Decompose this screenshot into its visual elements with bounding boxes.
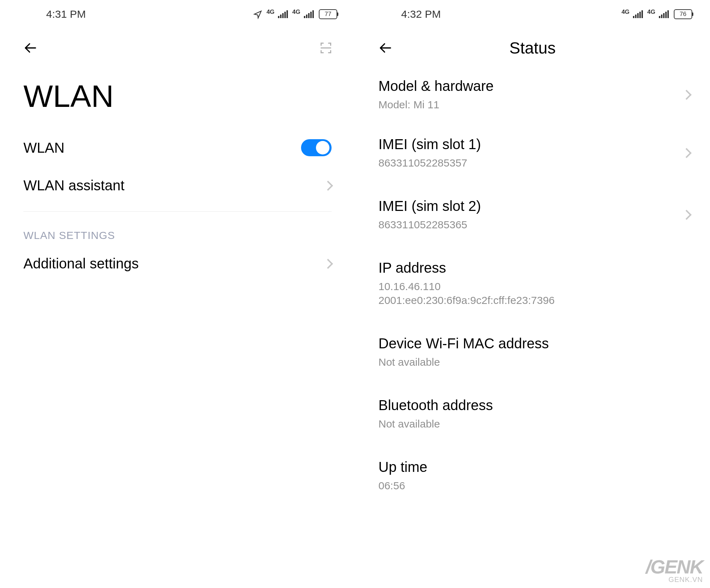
nav-bar [0, 28, 355, 67]
uptime-value: 06:56 [378, 479, 687, 492]
uptime-item: Up time 06:56 [355, 445, 710, 507]
qr-scan-button[interactable] [318, 40, 334, 56]
ip-address-title: IP address [378, 260, 687, 276]
wlan-settings-section-header: WLAN SETTINGS [0, 219, 355, 245]
network-type-2: 4G [292, 9, 300, 16]
network-type-1: 4G [622, 9, 630, 16]
nav-title: Status [509, 38, 556, 58]
signal-icon [633, 10, 643, 18]
status-bar-indicators: 4G 4G 77 [253, 9, 337, 19]
watermark: /GENK GENK.VN [646, 558, 703, 584]
battery-icon: 76 [674, 9, 692, 19]
qr-scan-icon [320, 42, 332, 54]
page-title: WLAN [0, 67, 355, 129]
status-bar-indicators: 4G 4G 76 [620, 9, 692, 19]
wlan-toggle-row[interactable]: WLAN [0, 129, 355, 167]
wlan-toggle-label: WLAN [23, 140, 65, 156]
divider [23, 211, 332, 212]
imei-slot-2-value: 863311052285365 [378, 218, 687, 232]
location-icon [253, 10, 262, 19]
wlan-toggle[interactable] [301, 139, 332, 156]
model-hardware-title: Model & hardware [378, 78, 687, 94]
additional-settings-row[interactable]: Additional settings [0, 245, 355, 282]
arrow-left-icon [23, 41, 37, 55]
chevron-right-icon [323, 180, 333, 190]
imei-slot-1-title: IMEI (sim slot 1) [378, 136, 687, 152]
imei-slot-1-item[interactable]: IMEI (sim slot 1) 863311052285357 [355, 122, 710, 184]
imei-slot-2-title: IMEI (sim slot 2) [378, 198, 687, 214]
network-type-1: 4G [267, 9, 275, 16]
status-screen: 4:32 PM 4G 4G 76 Status Model & hardware… [355, 0, 710, 588]
imei-slot-1-value: 863311052285357 [378, 156, 687, 170]
watermark-brand: /GENK [646, 558, 703, 576]
battery-icon: 77 [319, 9, 337, 19]
status-bar: 4:31 PM 4G 4G 77 [0, 0, 355, 28]
wlan-assistant-label: WLAN assistant [23, 178, 125, 194]
back-button[interactable] [21, 39, 39, 57]
wifi-mac-value: Not available [378, 355, 687, 369]
wlan-assistant-row[interactable]: WLAN assistant [0, 167, 355, 204]
wlan-settings-screen: 4:31 PM 4G 4G 77 WLAN WLAN WLAN assistan… [0, 0, 355, 588]
imei-slot-2-item[interactable]: IMEI (sim slot 2) 863311052285365 [355, 184, 710, 246]
bluetooth-address-item: Bluetooth address Not available [355, 383, 710, 445]
signal-icon [659, 10, 669, 18]
wifi-mac-title: Device Wi-Fi MAC address [378, 336, 687, 352]
wifi-mac-item: Device Wi-Fi MAC address Not available [355, 321, 710, 383]
chevron-right-icon [323, 258, 333, 268]
signal-icon [304, 10, 314, 18]
signal-icon [278, 10, 288, 18]
uptime-title: Up time [378, 459, 687, 475]
model-hardware-value: Model: Mi 11 [378, 98, 687, 111]
bluetooth-address-value: Not available [378, 417, 687, 431]
ip-address-item: IP address 10.16.46.110 2001:ee0:230:6f9… [355, 246, 710, 321]
ip-address-value: 10.16.46.110 2001:ee0:230:6f9a:9c2f:cff:… [378, 279, 687, 307]
status-bar-time: 4:32 PM [401, 8, 441, 20]
status-bar: 4:32 PM 4G 4G 76 [355, 0, 710, 28]
additional-settings-label: Additional settings [23, 256, 139, 272]
bluetooth-address-title: Bluetooth address [378, 397, 687, 413]
arrow-left-icon [378, 41, 392, 55]
nav-bar: Status [355, 28, 710, 67]
status-bar-time: 4:31 PM [46, 8, 86, 20]
model-hardware-item[interactable]: Model & hardware Model: Mi 11 [355, 67, 710, 122]
network-type-2: 4G [647, 9, 655, 16]
back-button[interactable] [376, 39, 394, 57]
